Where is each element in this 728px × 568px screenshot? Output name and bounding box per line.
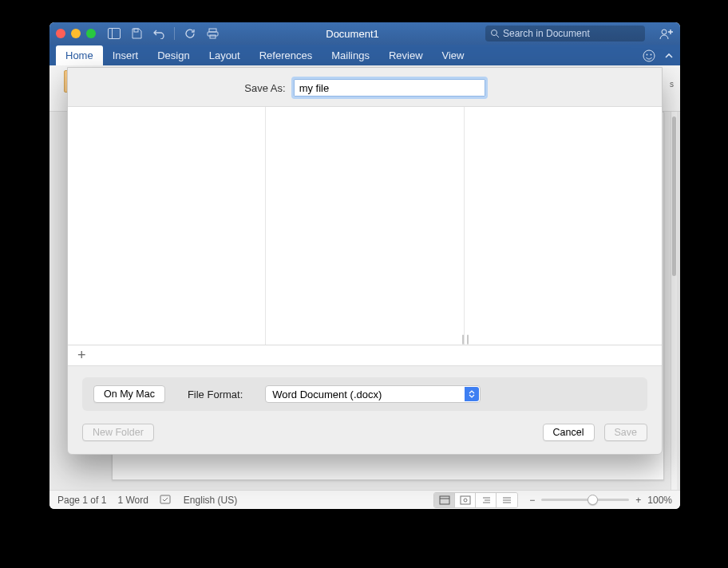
svg-rect-3: [209, 29, 216, 32]
close-window-button[interactable]: [56, 29, 65, 38]
dialog-actions: New Folder Cancel Save: [68, 411, 662, 454]
zoom-control: − + 100%: [529, 495, 672, 506]
print-layout-view[interactable]: [434, 493, 455, 507]
zoom-in-button[interactable]: +: [635, 495, 641, 506]
tab-review[interactable]: Review: [379, 45, 433, 65]
svg-point-12: [647, 54, 648, 56]
svg-point-8: [662, 30, 667, 34]
file-format-label: File Format:: [188, 389, 243, 400]
word-count[interactable]: 1 Word: [117, 495, 148, 506]
spellcheck-icon[interactable]: [160, 495, 172, 506]
save-button[interactable]: Save: [604, 424, 648, 441]
titlebar: Document1: [49, 22, 680, 45]
zoom-out-button[interactable]: −: [529, 495, 535, 506]
tab-view[interactable]: View: [433, 45, 474, 65]
print-icon[interactable]: [205, 26, 220, 41]
emoji-icon[interactable]: [642, 49, 656, 63]
tab-design[interactable]: Design: [148, 45, 199, 65]
zoom-window-button[interactable]: [86, 29, 96, 38]
sidebar-icon[interactable]: [107, 26, 121, 41]
select-stepper-icon[interactable]: [465, 387, 479, 401]
svg-point-13: [651, 54, 652, 56]
tab-insert[interactable]: Insert: [103, 45, 148, 65]
tab-references[interactable]: References: [250, 45, 322, 65]
tab-mailings[interactable]: Mailings: [322, 45, 379, 65]
app-window: Document1 Home Insert Design Layout Refe…: [49, 22, 680, 509]
page-indicator[interactable]: Page 1 of 1: [57, 495, 106, 506]
on-my-mac-button[interactable]: On My Mac: [93, 385, 165, 403]
document-title: Document1: [226, 28, 479, 40]
column-2[interactable]: ┃┃: [266, 107, 464, 345]
add-location-row: +: [68, 345, 662, 366]
save-icon[interactable]: [129, 26, 144, 41]
draft-view[interactable]: [497, 493, 517, 507]
format-row: On My Mac File Format: Word Document (.d…: [82, 377, 647, 411]
column-1[interactable]: [68, 107, 266, 345]
repeat-icon[interactable]: [183, 26, 197, 41]
traffic-lights: [56, 29, 96, 38]
collapse-ribbon-icon[interactable]: [664, 51, 674, 61]
share-icon[interactable]: [659, 27, 674, 40]
zoom-slider-knob[interactable]: [588, 495, 598, 505]
web-layout-view[interactable]: [455, 493, 476, 507]
svg-rect-14: [160, 495, 170, 503]
zoom-slider[interactable]: [541, 499, 629, 501]
svg-point-18: [464, 499, 467, 502]
quick-access-toolbar: [107, 26, 220, 41]
status-bar: Page 1 of 1 1 Word English (US) − + 100%: [49, 490, 680, 509]
scrollbar-thumb[interactable]: [672, 116, 676, 276]
filename-input[interactable]: [294, 79, 485, 97]
undo-icon[interactable]: [152, 26, 166, 41]
svg-rect-17: [461, 496, 470, 504]
svg-point-11: [643, 50, 655, 61]
ribbon-right-stub: s: [670, 80, 674, 89]
save-as-label: Save As:: [244, 82, 285, 94]
search-field[interactable]: [485, 26, 645, 41]
cancel-button[interactable]: Cancel: [543, 424, 595, 441]
minimize-window-button[interactable]: [71, 29, 81, 38]
svg-rect-15: [440, 496, 449, 504]
file-browser-columns[interactable]: ┃┃: [68, 106, 662, 345]
language-indicator[interactable]: English (US): [184, 495, 237, 506]
tab-home[interactable]: Home: [56, 45, 103, 65]
zoom-level[interactable]: 100%: [647, 495, 672, 506]
view-mode-buttons: [433, 492, 518, 508]
save-dialog: Save As: ┃┃ + On My Mac File Format: Wor…: [67, 67, 663, 455]
separator: [174, 27, 175, 40]
new-folder-button[interactable]: New Folder: [82, 424, 154, 441]
ribbon-tabs: Home Insert Design Layout References Mai…: [49, 45, 680, 65]
save-as-row: Save As:: [68, 68, 662, 106]
add-location-button[interactable]: +: [73, 347, 91, 364]
file-format-select[interactable]: Word Document (.docx): [265, 385, 481, 403]
column-3[interactable]: [465, 107, 662, 345]
search-input[interactable]: [503, 28, 640, 39]
outline-view[interactable]: [476, 493, 497, 507]
svg-point-6: [492, 30, 497, 36]
tab-layout[interactable]: Layout: [200, 45, 250, 65]
svg-line-7: [497, 35, 499, 37]
svg-rect-0: [109, 29, 121, 39]
file-format-value: Word Document (.docx): [272, 389, 382, 400]
vertical-scrollbar[interactable]: [671, 112, 677, 490]
search-icon: [490, 29, 500, 38]
svg-rect-2: [134, 29, 138, 32]
